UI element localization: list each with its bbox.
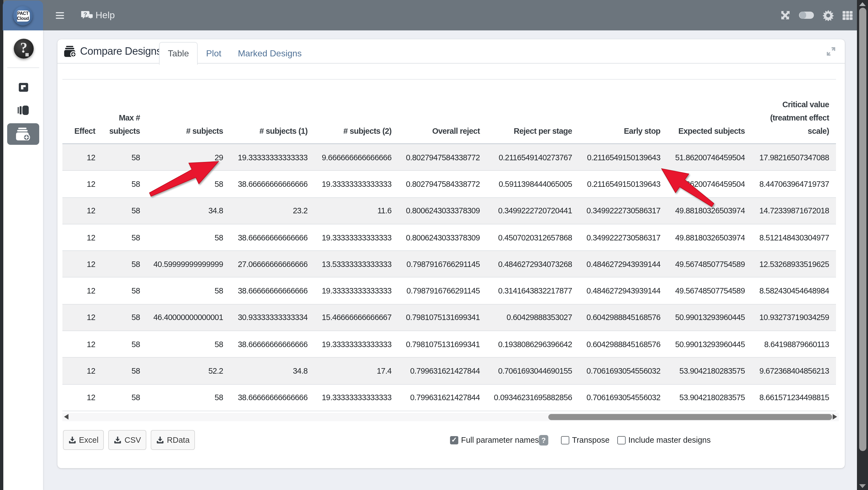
- include-master-designs-label: Include master designs: [628, 436, 711, 445]
- table-cell: 9.666666666666666: [312, 144, 396, 171]
- table-cell: 0.7987916766291145: [396, 278, 484, 304]
- include-master-designs-checkbox[interactable]: [617, 436, 626, 445]
- table-cell: 58: [100, 331, 145, 357]
- table-cell: 12: [62, 144, 100, 171]
- table-cell: 12: [62, 224, 100, 251]
- app-logo[interactable]: PACT Cloud: [3, 1, 43, 30]
- page-vertical-scrollbar[interactable]: [857, 0, 868, 490]
- sidebar: ?: [3, 30, 43, 490]
- table-row[interactable]: 125834.823.211.60.80062430333783090.3499…: [62, 197, 836, 224]
- maximize-card-icon[interactable]: [826, 47, 836, 57]
- table-row[interactable]: 125840.5999999999999927.0666666666666613…: [62, 251, 836, 278]
- table-cell: 0.7981075131699341: [396, 331, 484, 357]
- pact-cloud-logo-icon: PACT Cloud: [13, 6, 33, 25]
- table-cell: 11.6: [312, 197, 396, 224]
- settings-sun-icon[interactable]: [823, 10, 834, 21]
- table-row[interactable]: 12585838.6666666666666619.33333333333333…: [62, 224, 836, 251]
- table-cell: 12: [62, 384, 100, 411]
- sidebar-item-panels[interactable]: [3, 106, 43, 115]
- table-cell: 0.8006243033378309: [396, 197, 484, 224]
- compare-designs-card: Compare Designs TablePlotMarked Designs …: [57, 39, 845, 468]
- full-parameter-names-checkbox[interactable]: ✓: [450, 436, 458, 445]
- scroll-right-arrow[interactable]: [833, 414, 837, 420]
- scroll-left-arrow[interactable]: [64, 414, 68, 420]
- table-cell: 0.6042988845168576: [577, 304, 665, 331]
- table-cell: 0.3141643832217877: [484, 278, 577, 304]
- horizontal-scroll-thumb[interactable]: [548, 414, 832, 420]
- table-cell: 19.33333333333333: [312, 171, 396, 198]
- table-cell: 0.4846272943939144: [577, 278, 665, 304]
- table-cell: 58: [145, 171, 227, 198]
- question-logo-icon[interactable]: ?: [14, 39, 34, 59]
- table-cell: 12: [62, 197, 100, 224]
- table-cell: 38.66666666666666: [227, 224, 312, 251]
- column-header: # subjects: [145, 79, 227, 144]
- table-row[interactable]: 12585838.6666666666666619.33333333333333…: [62, 331, 836, 357]
- tab-table[interactable]: Table: [159, 42, 198, 65]
- table-cell: 0.4846272943939144: [577, 251, 665, 278]
- table-cell: 12.53268933519625: [749, 251, 836, 278]
- card-header: Compare Designs TablePlotMarked Designs: [57, 39, 845, 64]
- compare-designs-title-icon: [64, 46, 77, 57]
- transpose-checkbox[interactable]: [561, 436, 569, 445]
- tab-marked-designs[interactable]: Marked Designs: [230, 42, 310, 65]
- help-button[interactable]: ? Help: [81, 0, 115, 30]
- grid-menu-icon[interactable]: [843, 11, 852, 20]
- table-cell: 0.2116549150139643: [577, 171, 665, 198]
- table-cell: 58: [145, 278, 227, 304]
- table-cell: 58: [100, 357, 145, 384]
- table-cell: 0.2116549150139643: [577, 144, 665, 171]
- svg-text:?: ?: [83, 11, 87, 18]
- table-cell: 51.86200746459504: [665, 171, 749, 198]
- table-cell: 12: [62, 304, 100, 331]
- card-title: Compare Designs: [64, 39, 161, 64]
- full-parameter-names-label: Full parameter names: [461, 436, 539, 445]
- table-cell: 29: [145, 144, 227, 171]
- table-cell: 0.7981075131699341: [396, 304, 484, 331]
- table-cell: 0.5911398444065005: [484, 171, 577, 198]
- table-row[interactable]: 12585838.6666666666666619.33333333333333…: [62, 171, 836, 198]
- table-cell: 0.7061693044690155: [484, 357, 577, 384]
- layout-stairs-icon: [19, 83, 28, 92]
- table-cell: 0.8006243033378309: [396, 224, 484, 251]
- table-row[interactable]: 125852.234.817.40.7996316214278440.70616…: [62, 357, 836, 384]
- parameter-names-help-badge[interactable]: ?: [539, 435, 548, 446]
- table-cell: 0.1938086296396642: [484, 331, 577, 357]
- table-cell: 46.40000000000001: [145, 304, 227, 331]
- scroll-down-arrow[interactable]: [859, 484, 866, 488]
- column-header: Expected subjects: [665, 79, 749, 144]
- table-horizontal-scrollbar[interactable]: [62, 413, 839, 421]
- column-header: Effect: [62, 79, 100, 144]
- table-cell: 15.46666666666667: [312, 304, 396, 331]
- table-row[interactable]: 12585838.6666666666666619.33333333333333…: [62, 384, 836, 411]
- table-cell: 58: [100, 304, 145, 331]
- table-cell: 0.4507020312657868: [484, 224, 577, 251]
- sidebar-item-compare-designs[interactable]: [7, 123, 39, 145]
- table-cell: 58: [145, 331, 227, 357]
- table-cell: 49.56748507754589: [665, 251, 749, 278]
- table-cell: 12: [62, 171, 100, 198]
- table-row[interactable]: 12585838.6666666666666619.33333333333333…: [62, 278, 836, 304]
- table-cell: 0.3499222730586317: [577, 197, 665, 224]
- column-header: # subjects (1): [227, 79, 312, 144]
- scroll-up-arrow[interactable]: [859, 2, 866, 6]
- expand-arrows-icon[interactable]: [781, 10, 790, 20]
- table-cell: 19.33333333333333: [312, 278, 396, 304]
- vertical-scroll-thumb[interactable]: [859, 8, 866, 451]
- theme-toggle-switch[interactable]: [799, 11, 814, 19]
- tab-plot[interactable]: Plot: [198, 42, 230, 65]
- table-cell: 58: [100, 224, 145, 251]
- table-cell: 12: [62, 357, 100, 384]
- sidebar-toggle-button[interactable]: [56, 12, 64, 19]
- table-cell: 0.8027947584338772: [396, 144, 484, 171]
- table-cell: 58: [100, 171, 145, 198]
- top-navbar: ? Help: [0, 0, 868, 30]
- table-row[interactable]: 125846.4000000000000130.9333333333333415…: [62, 304, 836, 331]
- table-cell: 38.66666666666666: [227, 171, 312, 198]
- table-header-row: EffectMax # subjects# subjects# subjects…: [62, 79, 836, 144]
- sidebar-item-designs[interactable]: [3, 83, 43, 92]
- table-cell: 8.661571234498815: [749, 384, 836, 411]
- table-row[interactable]: 12582919.333333333333339.666666666666666…: [62, 144, 836, 171]
- table-cell: 58: [100, 384, 145, 411]
- left-edge-strip: [0, 0, 3, 490]
